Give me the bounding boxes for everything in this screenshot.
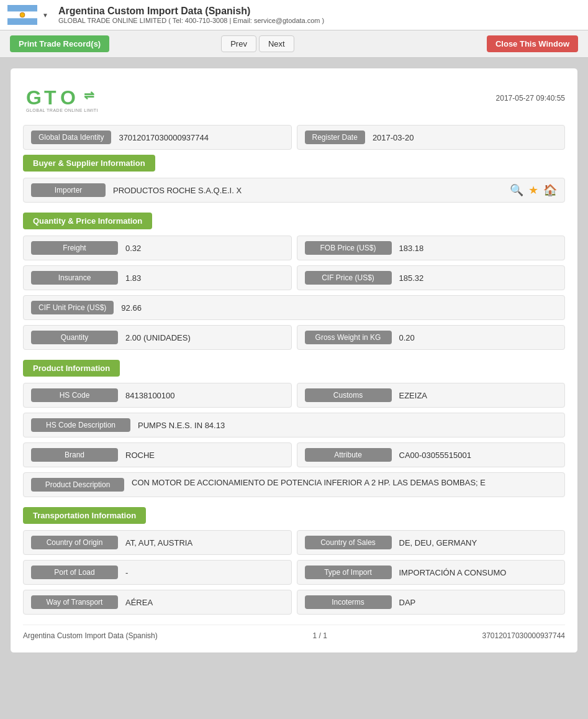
hs-desc-row: HS Code Description PUMPS N.E.S. IN 84.1… [23,413,565,437]
hs-desc-value: PUMPS N.E.S. IN 84.13 [138,421,557,430]
print-button[interactable]: Print Trade Record(s) [10,35,109,52]
global-id-value: 37012017030000937744 [119,133,283,142]
brand-label: Brand [31,448,118,462]
quantity-value: 2.00 (UNIDADES) [125,333,284,342]
freight-fob-row: Freight 0.32 FOB Price (US$) 183.18 [23,236,565,260]
importer-value: PRODUCTOS ROCHE S.A.Q.E.I. X [113,186,510,195]
customs-label: Customs [305,388,392,402]
main-content: G T O ⇌ GLOBAL TRADE ONLINE LIMITED 2017… [0,58,588,663]
product-desc-row: Product Description CON MOTOR DE ACCIONA… [23,472,565,497]
hs-desc-label: HS Code Description [31,418,130,432]
port-load-block: Port of Load - [23,560,292,585]
gross-weight-block: Gross Weight in KG 0.20 [297,325,566,350]
svg-point-3 [20,12,25,17]
quantity-label: Quantity [31,331,118,344]
register-date-label: Register Date [305,131,365,144]
type-import-value: IMPORTACIÓN A CONSUMO [399,568,558,577]
record-header: G T O ⇌ GLOBAL TRADE ONLINE LIMITED 2017… [23,81,565,115]
fob-price-label: FOB Price (US$) [305,241,392,255]
star-icon[interactable]: ★ [528,183,538,197]
footer-id: 37012017030000937744 [482,631,565,640]
register-date-value: 2017-03-20 [373,133,557,142]
insurance-label: Insurance [31,271,118,285]
importer-row: Importer PRODUCTOS ROCHE S.A.Q.E.I. X 🔍 … [23,178,565,203]
origin-sales-row: Country of Origin AT, AUT, AUSTRIA Count… [23,530,565,555]
country-sales-value: DE, DEU, GERMANY [399,538,558,547]
logo-container: G T O ⇌ GLOBAL TRADE ONLINE LIMITED [23,81,97,115]
close-window-button[interactable]: Close This Window [487,35,578,52]
footer-bar: Argentina Custom Import Data (Spanish) 1… [23,625,565,640]
cif-price-value: 185.32 [399,273,558,283]
record-timestamp: 2017-05-27 09:40:55 [496,94,565,103]
gross-weight-value: 0.20 [399,333,558,342]
quantity-gross-row: Quantity 2.00 (UNIDADES) Gross Weight in… [23,325,565,350]
buyer-supplier-section: Buyer & Supplier Information Importer PR… [23,155,565,203]
dropdown-arrow-icon[interactable]: ▼ [42,12,48,19]
cif-price-block: CIF Price (US$) 185.32 [297,265,566,290]
svg-rect-0 [7,5,37,12]
country-origin-value: AT, AUT, AUSTRIA [125,538,284,547]
global-id-label: Global Data Identity [31,131,111,144]
transport-incoterms-row: Way of Transport AÉREA Incoterms DAP [23,590,565,615]
buyer-supplier-header: Buyer & Supplier Information [23,155,155,172]
search-icon[interactable]: 🔍 [510,183,523,197]
attribute-value: CA00-03055515001 [399,451,558,460]
country-sales-block: Country of Sales DE, DEU, GERMANY [297,530,566,555]
way-transport-value: AÉREA [125,598,284,607]
svg-text:O: O [60,86,76,109]
cif-unit-row: CIF Unit Price (US$) 92.66 [23,295,565,320]
nav-buttons: Prev Next [221,35,294,52]
insurance-cif-row: Insurance 1.83 CIF Price (US$) 185.32 [23,265,565,290]
product-desc-value: CON MOTOR DE ACCIONAMIENTO DE POTENCIA I… [132,478,557,487]
brand-attribute-row: Brand ROCHE Attribute CA00-03055515001 [23,442,565,467]
freight-label: Freight [31,241,118,255]
hs-code-value: 84138100100 [125,391,284,400]
attribute-block: Attribute CA00-03055515001 [297,442,566,467]
app-title-block: Argentina Custom Import Data (Spanish) G… [58,6,324,24]
freight-value: 0.32 [125,244,284,253]
svg-text:GLOBAL TRADE ONLINE LIMITED: GLOBAL TRADE ONLINE LIMITED [26,108,97,112]
transport-header: Transportation Information [23,507,146,524]
footer-page: 1 / 1 [312,631,327,640]
country-origin-block: Country of Origin AT, AUT, AUSTRIA [23,530,292,555]
product-section: Product Information HS Code 84138100100 … [23,360,565,497]
cif-unit-value: 92.66 [121,303,557,313]
insurance-value: 1.83 [125,273,284,283]
way-transport-label: Way of Transport [31,595,118,609]
global-id-row: Global Data Identity 3701201703000093774… [23,125,565,150]
footer-title: Argentina Custom Import Data (Spanish) [23,631,158,640]
next-button[interactable]: Next [259,35,294,52]
brand-value: ROCHE [125,451,284,460]
type-import-block: Type of Import IMPORTACIÓN A CONSUMO [297,560,566,585]
record-card: G T O ⇌ GLOBAL TRADE ONLINE LIMITED 2017… [10,68,578,653]
toolbar: Print Trade Record(s) Prev Next Close Th… [0,30,588,58]
freight-block: Freight 0.32 [23,236,292,260]
home-icon[interactable]: 🏠 [543,183,557,197]
transport-section: Transportation Information Country of Or… [23,507,565,615]
country-origin-label: Country of Origin [31,536,118,549]
hs-code-label: HS Code [31,388,118,402]
incoterms-block: Incoterms DAP [297,590,566,615]
product-desc-label: Product Description [31,478,124,492]
insurance-block: Insurance 1.83 [23,265,292,290]
product-header: Product Information [23,360,120,377]
incoterms-label: Incoterms [305,595,392,609]
brand-block: Brand ROCHE [23,442,292,467]
flag-icon [7,5,37,25]
fob-price-value: 183.18 [399,244,558,253]
gross-weight-label: Gross Weight in KG [305,331,392,344]
svg-text:T: T [44,86,57,109]
top-bar: ▼ Argentina Custom Import Data (Spanish)… [0,0,588,30]
hs-code-block: HS Code 84138100100 [23,383,292,408]
quantity-price-header: Quantity & Price Information [23,213,152,229]
prev-button[interactable]: Prev [221,35,256,52]
hscode-customs-row: HS Code 84138100100 Customs EZEIZA [23,383,565,408]
global-id-block: Global Data Identity 3701201703000093774… [23,125,292,150]
customs-block: Customs EZEIZA [297,383,566,408]
port-load-label: Port of Load [31,566,118,579]
svg-text:G: G [26,86,42,109]
quantity-block: Quantity 2.00 (UNIDADES) [23,325,292,350]
country-sales-label: Country of Sales [305,536,392,549]
app-title: Argentina Custom Import Data (Spanish) [58,6,324,17]
cif-price-label: CIF Price (US$) [305,271,392,285]
